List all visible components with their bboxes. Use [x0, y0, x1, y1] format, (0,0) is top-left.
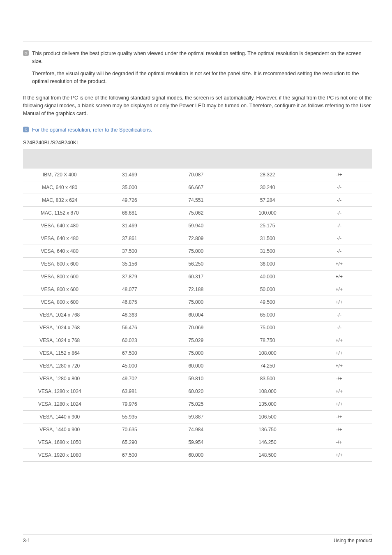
table-cell: -/- — [306, 194, 373, 207]
table-cell: 74.551 — [163, 194, 229, 207]
table-cell: 135.000 — [229, 398, 306, 411]
table-cell: -/+ — [306, 169, 373, 181]
table-cell: VESA, 1920 x 1080 — [23, 449, 97, 462]
table-cell: IBM, 720 X 400 — [23, 169, 97, 181]
table-cell: +/+ — [306, 360, 373, 372]
table-cell: +/+ — [306, 334, 373, 347]
table-cell: 30.240 — [229, 181, 306, 194]
table-cell: 75.000 — [229, 321, 306, 334]
table-cell: VESA, 640 x 480 — [23, 220, 97, 232]
table-cell: -/- — [306, 245, 373, 258]
table-cell: 60.023 — [97, 334, 163, 347]
table-header-cell — [163, 149, 229, 169]
table-row: IBM, 720 X 40031.46970.08728.322-/+ — [23, 169, 372, 181]
table-cell: 55.935 — [97, 411, 163, 423]
table-cell: VESA, 800 x 600 — [23, 283, 97, 296]
table-cell: MAC, 1152 x 870 — [23, 207, 97, 220]
table-cell: +/+ — [306, 398, 373, 411]
page: ⦸ This product delivers the best picture… — [0, 0, 392, 555]
table-row: VESA, 800 x 60035.15656.25036.000+/+ — [23, 258, 372, 271]
table-cell: 28.322 — [229, 169, 306, 181]
table-cell: 63.981 — [97, 385, 163, 398]
note-paragraph-1: This product delivers the best picture q… — [32, 50, 372, 66]
table-cell: 48.363 — [97, 309, 163, 321]
table-cell: 136.750 — [229, 423, 306, 436]
table-cell: VESA, 1152 x 864 — [23, 347, 97, 360]
note-icon: ⦸ — [23, 127, 29, 132]
table-row: VESA, 640 x 48037.86172.80931.500-/- — [23, 232, 372, 245]
table-header-cell — [229, 149, 306, 169]
table-cell: VESA, 800 x 600 — [23, 296, 97, 309]
table-cell: 79.976 — [97, 398, 163, 411]
top-rule — [23, 20, 372, 20]
table-cell: -/- — [306, 207, 373, 220]
table-row: VESA, 1280 x 102463.98160.020108.000+/+ — [23, 385, 372, 398]
table-header-cell — [23, 149, 97, 169]
model-label: S24B240BL/S24B240KL — [23, 140, 372, 146]
table-cell: 74.984 — [163, 423, 229, 436]
table-cell: 65.000 — [229, 309, 306, 321]
table-header-cell — [97, 149, 163, 169]
table-cell: VESA, 1280 x 1024 — [23, 385, 97, 398]
table-row: VESA, 1024 x 76848.36360.00465.000-/- — [23, 309, 372, 321]
table-row: VESA, 640 x 48031.46959.94025.175-/- — [23, 220, 372, 232]
note-text: This product delivers the best picture q… — [32, 50, 372, 90]
table-cell: 75.029 — [163, 334, 229, 347]
note-block-2: ⦸ For the optimal resolution, refer to t… — [23, 126, 372, 134]
table-cell: 59.940 — [163, 220, 229, 232]
table-row: VESA, 1680 x 105065.29059.954146.250-/+ — [23, 436, 372, 449]
table-cell: 49.702 — [97, 372, 163, 385]
table-cell: 68.681 — [97, 207, 163, 220]
table-cell: 37.861 — [97, 232, 163, 245]
table-row: MAC, 640 x 48035.00066.66730.240-/- — [23, 181, 372, 194]
table-cell: 50.000 — [229, 283, 306, 296]
table-cell: VESA, 640 x 480 — [23, 245, 97, 258]
table-cell: 48.077 — [97, 283, 163, 296]
table-cell: 57.284 — [229, 194, 306, 207]
table-cell: 40.000 — [229, 271, 306, 283]
table-cell: 25.175 — [229, 220, 306, 232]
footer-section-title: Using the product — [334, 538, 372, 543]
table-cell: -/+ — [306, 423, 373, 436]
table-cell: 70.087 — [163, 169, 229, 181]
table-cell: +/+ — [306, 296, 373, 309]
table-cell: 49.726 — [97, 194, 163, 207]
table-cell: VESA, 1280 x 1024 — [23, 398, 97, 411]
table-cell: 74.250 — [229, 360, 306, 372]
table-cell: 60.000 — [163, 449, 229, 462]
table-header-cell — [306, 149, 373, 169]
table-cell: +/+ — [306, 449, 373, 462]
table-cell: VESA, 640 x 480 — [23, 232, 97, 245]
table-row: VESA, 1024 x 76856.47670.06975.000-/- — [23, 321, 372, 334]
table-cell: 70.635 — [97, 423, 163, 436]
table-row: VESA, 800 x 60037.87960.31740.000+/+ — [23, 271, 372, 283]
table-cell: 59.887 — [163, 411, 229, 423]
table-cell: 56.250 — [163, 258, 229, 271]
table-cell: 60.004 — [163, 309, 229, 321]
table-cell: VESA, 1440 x 900 — [23, 423, 97, 436]
table-cell: 75.000 — [163, 245, 229, 258]
signal-modes-table: IBM, 720 X 40031.46970.08728.322-/+MAC, … — [23, 149, 372, 462]
table-row: VESA, 1280 x 102479.97675.025135.000+/+ — [23, 398, 372, 411]
table-cell: 60.317 — [163, 271, 229, 283]
body-paragraph: If the signal from the PC is one of the … — [23, 94, 372, 118]
table-row: VESA, 800 x 60046.87575.00049.500+/+ — [23, 296, 372, 309]
table-cell: -/- — [306, 232, 373, 245]
table-cell: 65.290 — [97, 436, 163, 449]
table-cell: 83.500 — [229, 372, 306, 385]
table-cell: VESA, 1024 x 768 — [23, 321, 97, 334]
table-cell: 72.188 — [163, 283, 229, 296]
section-rule — [23, 41, 372, 42]
table-cell: -/+ — [306, 436, 373, 449]
table-cell: 67.500 — [97, 449, 163, 462]
table-cell: 72.809 — [163, 232, 229, 245]
table-cell: 37.879 — [97, 271, 163, 283]
table-cell: 59.954 — [163, 436, 229, 449]
table-cell: 36.000 — [229, 258, 306, 271]
table-cell: 31.469 — [97, 220, 163, 232]
table-cell: 60.020 — [163, 385, 229, 398]
table-cell: -/- — [306, 181, 373, 194]
table-cell: 75.000 — [163, 347, 229, 360]
table-cell: 59.810 — [163, 372, 229, 385]
table-cell: 106.500 — [229, 411, 306, 423]
